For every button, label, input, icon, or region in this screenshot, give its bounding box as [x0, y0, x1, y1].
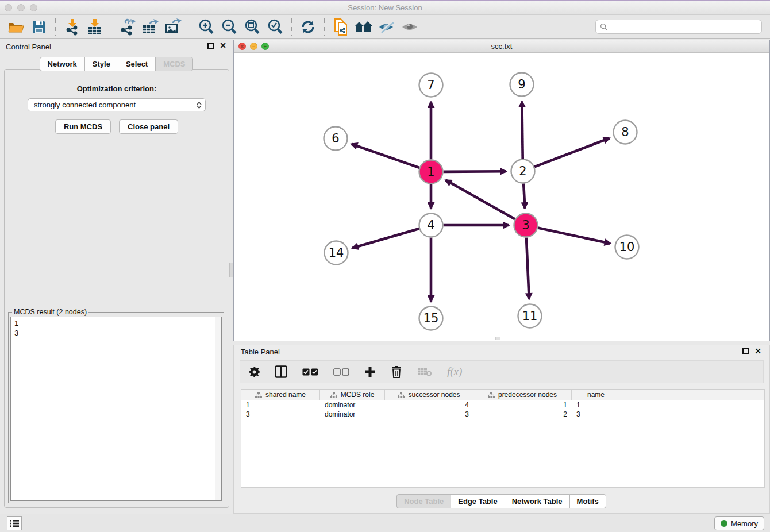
- export-table-icon[interactable]: [139, 17, 162, 37]
- tab-style[interactable]: Style: [84, 57, 118, 71]
- settings-gear-icon[interactable]: [248, 364, 260, 379]
- function-builder-icon: f(x): [447, 365, 462, 378]
- graph-node-7[interactable]: 7: [419, 74, 443, 97]
- run-mcds-button[interactable]: Run MCDS: [55, 119, 111, 134]
- toolbar-separator: [190, 18, 190, 36]
- graph-node-10[interactable]: 10: [615, 236, 639, 259]
- zoom-fit-icon[interactable]: [241, 17, 264, 37]
- zoom-out-icon[interactable]: [218, 17, 241, 37]
- graph-node-4[interactable]: 4: [419, 214, 443, 237]
- optimization-criterion-dropdown[interactable]: strongly connected component: [28, 98, 206, 111]
- search-box[interactable]: [595, 20, 762, 34]
- column-label: successor nodes: [408, 391, 460, 399]
- tab-network[interactable]: Network: [40, 57, 85, 71]
- network-graph: 7968124314101511: [234, 53, 769, 342]
- graph-node-8[interactable]: 8: [614, 121, 637, 144]
- open-session-icon[interactable]: [5, 17, 28, 37]
- select-all-checkboxes-icon[interactable]: [302, 364, 318, 379]
- cell-name[interactable]: 3: [572, 410, 620, 418]
- refresh-layout-icon[interactable]: [297, 17, 319, 37]
- save-session-icon[interactable]: [28, 17, 51, 37]
- export-network-icon[interactable]: [116, 17, 139, 37]
- tab-network-table[interactable]: Network Table: [505, 494, 570, 508]
- deselect-checkboxes-icon[interactable]: [333, 364, 349, 379]
- task-history-button[interactable]: [7, 516, 22, 530]
- network-canvas[interactable]: 7968124314101511: [234, 53, 769, 341]
- graph-node-11[interactable]: 11: [518, 304, 542, 328]
- zoom-in-icon[interactable]: [195, 17, 218, 37]
- mcds-result-textarea[interactable]: 1 3: [10, 317, 222, 501]
- table-row[interactable]: 1 dominator 4 1 1: [241, 400, 764, 410]
- cell-name[interactable]: 1: [572, 401, 620, 409]
- search-input[interactable]: [610, 23, 757, 31]
- table-panel: Table Panel ✕: [233, 345, 770, 514]
- graph-edge-2-9[interactable]: [522, 101, 522, 159]
- graph-node-15[interactable]: 15: [419, 307, 443, 330]
- cell-shared-name[interactable]: 3: [241, 410, 320, 418]
- import-table-icon[interactable]: [83, 17, 106, 37]
- column-type-icon: [330, 392, 337, 398]
- column-header-predecessor-nodes[interactable]: predecessor nodes: [473, 390, 572, 400]
- memory-button[interactable]: Memory: [714, 516, 764, 530]
- column-type-icon: [488, 392, 495, 398]
- result-scrollbar[interactable]: [215, 317, 221, 500]
- add-column-icon[interactable]: [364, 364, 376, 379]
- column-header-shared-name[interactable]: shared name: [241, 390, 320, 400]
- column-header-mcds-role[interactable]: MCDS role: [320, 390, 385, 400]
- clone-network-icon[interactable]: [329, 17, 352, 37]
- close-panel-button[interactable]: Close panel: [119, 119, 178, 134]
- home-view-icon[interactable]: [352, 17, 375, 37]
- graph-edge-1-2[interactable]: [443, 171, 506, 172]
- hide-selected-eye-icon[interactable]: [375, 17, 398, 37]
- tab-select[interactable]: Select: [118, 57, 156, 71]
- graph-node-6[interactable]: 6: [324, 127, 348, 151]
- application-window: Session: New Session: [0, 0, 770, 532]
- column-header-name[interactable]: name: [572, 390, 620, 400]
- delete-table-icon[interactable]: [417, 364, 432, 379]
- cell-successor-nodes[interactable]: 4: [385, 401, 473, 409]
- graph-edge-3-11[interactable]: [526, 237, 529, 299]
- zoom-selected-icon[interactable]: [264, 17, 287, 37]
- network-window-titlebar[interactable]: × − + scc.txt: [234, 40, 769, 53]
- show-all-eye-icon[interactable]: [398, 17, 421, 37]
- table-row[interactable]: 3 dominator 3 2 3: [241, 410, 764, 419]
- canvas-resize-handle[interactable]: [495, 337, 500, 340]
- tab-node-table[interactable]: Node Table: [396, 494, 451, 508]
- column-label: predecessor nodes: [498, 391, 557, 399]
- control-panel: Control Panel ✕ Network Style Select MCD…: [0, 40, 233, 514]
- split-columns-icon[interactable]: [275, 364, 287, 379]
- graph-node-label: 9: [518, 78, 525, 91]
- delete-column-trash-icon[interactable]: [391, 364, 402, 379]
- cell-predecessor-nodes[interactable]: 2: [473, 410, 572, 418]
- export-image-icon[interactable]: [162, 17, 185, 37]
- graph-node-1[interactable]: 1: [419, 160, 443, 184]
- cell-mcds-role[interactable]: dominator: [320, 410, 385, 418]
- cell-shared-name[interactable]: 1: [241, 401, 320, 409]
- cell-predecessor-nodes[interactable]: 1: [473, 401, 572, 409]
- graph-edge-2-3[interactable]: [523, 183, 525, 208]
- close-table-panel-icon[interactable]: ✕: [754, 348, 761, 354]
- graph-edge-3-1[interactable]: [446, 180, 515, 219]
- column-header-successor-nodes[interactable]: successor nodes: [385, 390, 473, 400]
- graph-node-14[interactable]: 14: [325, 241, 348, 265]
- table-tabs: Node Table Edge Table Network Table Moti…: [234, 494, 769, 508]
- cell-successor-nodes[interactable]: 3: [385, 410, 473, 418]
- float-panel-icon[interactable]: [207, 43, 214, 49]
- tab-mcds[interactable]: MCDS: [155, 57, 193, 71]
- graph-node-9[interactable]: 9: [510, 73, 534, 97]
- tab-motifs[interactable]: Motifs: [569, 494, 606, 508]
- close-panel-icon[interactable]: ✕: [220, 43, 226, 49]
- splitter-handle[interactable]: [229, 263, 233, 277]
- mcds-result-title: MCDS result (2 nodes): [12, 308, 88, 316]
- graph-node-2[interactable]: 2: [511, 160, 535, 183]
- float-table-panel-icon[interactable]: [742, 348, 749, 354]
- graph-edge-1-6[interactable]: [352, 144, 419, 168]
- graph-edge-2-8[interactable]: [534, 138, 609, 167]
- mcds-result-line: 1: [14, 318, 221, 328]
- cell-mcds-role[interactable]: dominator: [320, 401, 385, 409]
- graph-edge-4-14[interactable]: [352, 229, 419, 248]
- import-network-icon[interactable]: [60, 17, 83, 37]
- graph-edge-3-10[interactable]: [538, 228, 610, 244]
- tab-edge-table[interactable]: Edge Table: [451, 494, 505, 508]
- graph-node-3[interactable]: 3: [514, 214, 538, 237]
